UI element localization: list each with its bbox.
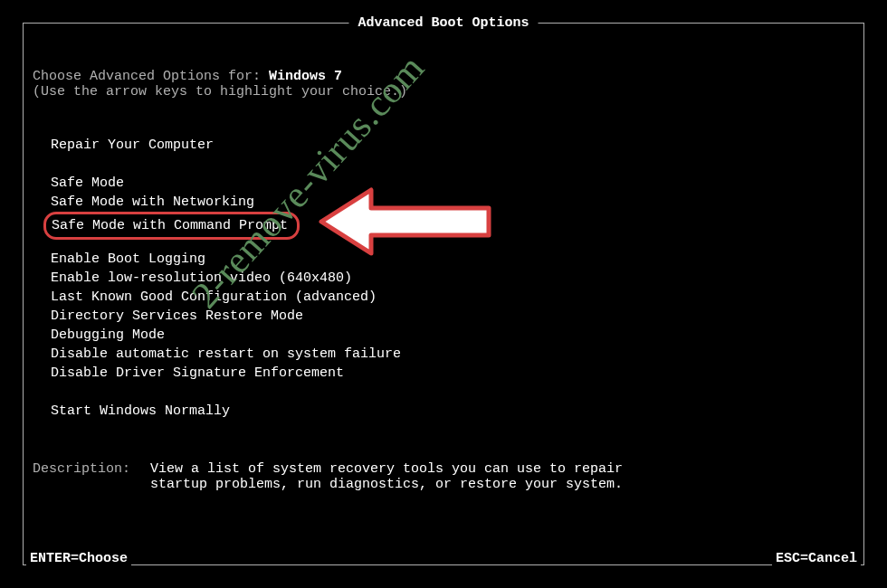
boot-option-row[interactable]: Enable Boot Logging bbox=[51, 250, 854, 269]
boot-option[interactable]: Last Known Good Configuration (advanced) bbox=[51, 288, 377, 307]
boot-option[interactable]: Directory Services Restore Mode bbox=[51, 307, 303, 326]
boot-option[interactable]: Safe Mode bbox=[51, 174, 124, 193]
boot-option[interactable]: Enable low-resolution video (640x480) bbox=[51, 269, 352, 288]
boot-options-frame: Advanced Boot Options Choose Advanced Op… bbox=[23, 23, 864, 565]
description-label: Description: bbox=[33, 461, 150, 477]
intro-instruction: (Use the arrow keys to highlight your ch… bbox=[33, 84, 854, 100]
os-name: Windows 7 bbox=[269, 69, 342, 84]
boot-option-row[interactable]: Directory Services Restore Mode bbox=[51, 307, 854, 326]
boot-option[interactable]: Start Windows Normally bbox=[51, 402, 230, 421]
boot-option[interactable]: Debugging Mode bbox=[51, 326, 165, 345]
boot-option-row[interactable]: Start Windows Normally bbox=[51, 402, 854, 421]
boot-option[interactable]: Disable Driver Signature Enforcement bbox=[51, 364, 344, 383]
intro-section: Choose Advanced Options for: Windows 7 (… bbox=[33, 69, 854, 100]
boot-options-list: Repair Your ComputerSafe ModeSafe Mode w… bbox=[33, 136, 854, 421]
boot-option-row[interactable]: Safe Mode with Networking bbox=[51, 193, 854, 212]
description-section: Description: View a list of system recov… bbox=[33, 461, 854, 492]
footer-bar: ENTER=Choose ESC=Cancel bbox=[24, 551, 863, 566]
boot-option[interactable]: Disable automatic restart on system fail… bbox=[51, 345, 401, 364]
intro-line-1: Choose Advanced Options for: Windows 7 bbox=[33, 69, 854, 84]
description-line-2: startup problems, run diagnostics, or re… bbox=[150, 477, 623, 492]
screen-title: Advanced Boot Options bbox=[348, 15, 538, 31]
boot-option[interactable]: Safe Mode with Networking bbox=[51, 193, 254, 212]
boot-option-row[interactable]: Repair Your Computer bbox=[51, 136, 854, 155]
boot-option-row[interactable]: Safe Mode bbox=[51, 174, 854, 193]
boot-option-row[interactable]: Disable automatic restart on system fail… bbox=[51, 345, 854, 364]
content-area: Choose Advanced Options for: Windows 7 (… bbox=[24, 24, 863, 492]
boot-option-row[interactable]: Disable Driver Signature Enforcement bbox=[51, 364, 854, 383]
intro-prefix: Choose Advanced Options for: bbox=[33, 69, 269, 84]
boot-option[interactable]: Repair Your Computer bbox=[51, 136, 214, 155]
boot-option-row[interactable]: Safe Mode with Command Prompt bbox=[51, 212, 854, 231]
boot-option[interactable]: Safe Mode with Command Prompt bbox=[43, 212, 300, 240]
footer-esc-hint: ESC=Cancel bbox=[772, 551, 861, 566]
footer-enter-hint: ENTER=Choose bbox=[26, 551, 131, 566]
boot-option-row[interactable]: Debugging Mode bbox=[51, 326, 854, 345]
boot-option[interactable]: Enable Boot Logging bbox=[51, 250, 205, 269]
boot-option-row[interactable]: Last Known Good Configuration (advanced) bbox=[51, 288, 854, 307]
boot-option-row[interactable]: Enable low-resolution video (640x480) bbox=[51, 269, 854, 288]
description-line-1: View a list of system recovery tools you… bbox=[150, 461, 623, 477]
